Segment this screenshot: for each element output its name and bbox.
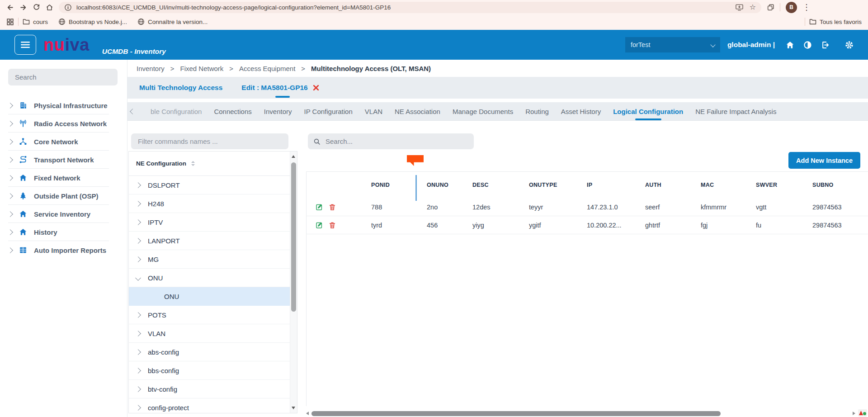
gear-icon[interactable] [845, 41, 854, 49]
menu-kebab-icon[interactable]: ⋮ [802, 3, 811, 11]
instances-search-input[interactable] [325, 137, 468, 146]
sidebar-item-outside-plant[interactable]: Outside Plant (OSP) [0, 187, 127, 205]
horizontal-scrollbar[interactable] [306, 411, 867, 417]
sort-icon[interactable] [191, 161, 195, 166]
scrollbar-thumb[interactable] [311, 411, 721, 416]
instances-search[interactable] [308, 133, 474, 149]
breadcrumb-current: Multitechnology Access (OLT, MSAN) [311, 65, 431, 72]
address-bar[interactable]: localhost:6083/ACE_UCMDB_UI/inv/multi-te… [59, 2, 761, 13]
scroll-down-icon[interactable] [292, 407, 295, 409]
command-filter-input[interactable] [131, 133, 288, 149]
profile-avatar[interactable]: B [786, 2, 797, 13]
tab-manage-documents[interactable]: Manage Documents [453, 102, 513, 120]
sidebar-item-service-inventory[interactable]: Service Inventory [0, 205, 127, 223]
forward-icon[interactable] [19, 4, 27, 11]
edit-icon[interactable] [316, 204, 323, 211]
tree-item-h248[interactable]: H248 [129, 194, 290, 213]
tab-routing[interactable]: Routing [525, 102, 549, 120]
column-header[interactable]: DESC [472, 182, 529, 188]
column-header[interactable]: MAC [701, 182, 756, 188]
tree-group-header[interactable]: NE Configuration [129, 152, 297, 176]
tree-item-onu-child[interactable]: ONU [129, 287, 290, 306]
tree-item-abs-config[interactable]: abs-config [129, 343, 290, 361]
tree-item-btv-config[interactable]: btv-config [129, 380, 290, 398]
tree-item-iptv[interactable]: IPTV [129, 213, 290, 232]
tab-logical-configuration[interactable]: Logical Configuration [613, 102, 683, 120]
scroll-left-icon[interactable] [306, 412, 309, 415]
column-divider[interactable] [415, 175, 417, 201]
tab-search-icon[interactable] [767, 4, 774, 11]
table-row[interactable]: tyrd 456 yiyg ygitf 10.200.22... ghtrtf … [307, 216, 868, 234]
tree-item-config-protect[interactable]: config-protect [129, 398, 290, 413]
all-favorites[interactable]: Tous les favoris [809, 18, 862, 25]
column-header[interactable]: ONUNO [427, 182, 472, 188]
sidebar-item-auto-importer-reports[interactable]: Auto Importer Reports [0, 241, 127, 259]
tree-item-onu[interactable]: ONU [129, 269, 290, 287]
close-icon[interactable] [312, 84, 320, 91]
tree-item-mg[interactable]: MG [129, 250, 290, 269]
tree-item-bbs-config[interactable]: bbs-config [129, 361, 290, 380]
sidebar-item-radio-access-network[interactable]: Radio Access Network [0, 114, 127, 133]
tree-item-vlan[interactable]: VLAN [129, 324, 290, 343]
sidebar-item-physical-infrastructure[interactable]: Physical Infrastructure [0, 96, 127, 114]
cell-auth: ghtrtf [645, 222, 701, 229]
sidebar-item-core-network[interactable]: Core Network [0, 133, 127, 151]
edit-icon[interactable] [316, 222, 323, 229]
environment-select[interactable]: forTest [625, 37, 720, 52]
column-header[interactable]: AUTH [645, 182, 701, 188]
table-row[interactable]: 788 2no 12des teyyr 147.23.1.0 seerf kfm… [307, 198, 868, 216]
install-app-icon[interactable] [736, 4, 743, 11]
tab-ne-failure-impact-analysis[interactable]: NE Failure Impact Analysis [695, 102, 776, 120]
tab-vlan[interactable]: VLAN [365, 102, 382, 120]
scrollbar-thumb[interactable] [291, 162, 296, 312]
column-header[interactable]: ONUTYPE [529, 182, 587, 188]
back-icon[interactable] [6, 4, 14, 11]
logout-icon[interactable] [821, 41, 830, 49]
tab-ne-association[interactable]: NE Association [395, 102, 440, 120]
tab-multi-technology-access[interactable]: Multi Technology Access [139, 84, 222, 92]
tab-ip-configuration[interactable]: IP Configuration [304, 102, 353, 120]
chrome-home-icon[interactable] [46, 4, 53, 11]
tab-inventory[interactable]: Inventory [264, 102, 292, 120]
bookmark-connaitre[interactable]: Connaître la version... [137, 18, 208, 25]
bookmark-cours[interactable]: cours [23, 18, 48, 25]
sidebar-item-fixed-network[interactable]: Fixed Network [0, 169, 127, 187]
reload-icon[interactable] [33, 4, 40, 11]
sidebar-search-input[interactable] [8, 69, 118, 85]
column-header[interactable]: SUBNO [812, 182, 868, 188]
column-header[interactable]: IP [587, 182, 645, 188]
breadcrumb-item[interactable]: Inventory [137, 65, 165, 72]
browser-chrome: localhost:6083/ACE_UCMDB_UI/inv/multi-te… [0, 0, 868, 30]
breadcrumb-item[interactable]: Fixed Network [180, 65, 223, 72]
bookmark-bootstrap[interactable]: Bootstrap vs Node.j... [58, 18, 127, 25]
tree-item-dslport[interactable]: DSLPORT [129, 176, 290, 194]
apps-grid-icon[interactable] [6, 18, 14, 26]
site-info-icon[interactable] [64, 4, 72, 11]
column-header[interactable]: PONID [371, 182, 427, 188]
tab-cable-configuration[interactable]: ble Configuration [151, 102, 202, 120]
tab-connections[interactable]: Connections [214, 102, 251, 120]
column-header[interactable]: SWVER [756, 182, 812, 188]
tabs-scroll-left-icon[interactable] [130, 109, 136, 114]
sidebar-item-transport-network[interactable]: Transport Network [0, 151, 127, 169]
menu-toggle-button[interactable] [14, 35, 36, 55]
delete-icon[interactable] [329, 204, 336, 211]
breadcrumb-item[interactable]: Access Equipment [239, 65, 295, 72]
tab-edit-instance[interactable]: Edit : MA5801-GP16 [241, 84, 319, 92]
tree-scrollbar[interactable] [290, 152, 297, 413]
scroll-right-icon[interactable] [853, 412, 855, 415]
contrast-icon[interactable] [803, 41, 812, 49]
delete-icon[interactable] [329, 222, 336, 229]
add-new-instance-button[interactable]: Add New Instance [788, 152, 860, 169]
network-nodes-icon [19, 137, 28, 146]
logged-in-user: global-admin | [727, 41, 775, 49]
chevron-right-icon [7, 211, 13, 217]
sidebar-item-history[interactable]: History [0, 223, 127, 241]
bookmark-star-icon[interactable]: ☆ [750, 4, 756, 11]
tree-item-lanport[interactable]: LANPORT [129, 232, 290, 250]
scroll-up-icon[interactable] [292, 155, 295, 158]
radio-tower-icon [19, 119, 28, 128]
tree-item-pots[interactable]: POTS [129, 306, 290, 324]
tab-asset-history[interactable]: Asset History [561, 102, 601, 120]
home-icon[interactable] [786, 41, 794, 49]
